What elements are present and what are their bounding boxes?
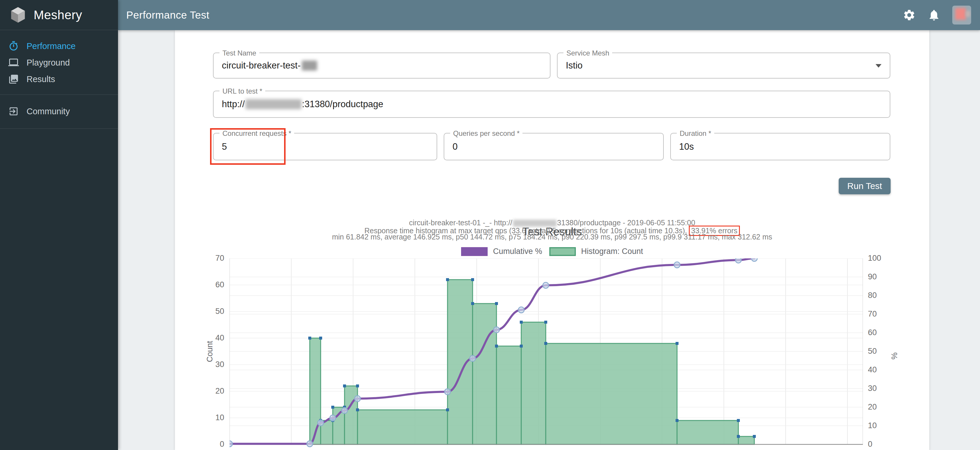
duration-value: 10s bbox=[679, 134, 694, 160]
qps-value: 0 bbox=[453, 134, 458, 160]
test-name-field[interactable]: Test Name circuit-breaker-test- bbox=[213, 53, 550, 78]
legend-label: Cumulative % bbox=[493, 247, 542, 256]
y-axis-title: Count bbox=[205, 341, 215, 362]
sidebar-item-performance[interactable]: Performance bbox=[0, 38, 118, 54]
sidebar-nav: Performance Playground Results bbox=[0, 30, 118, 94]
qps-label: Queries per second * bbox=[450, 128, 522, 139]
test-name-value: circuit-breaker-test- bbox=[222, 53, 317, 78]
y2-axis-tick: 30 bbox=[868, 384, 897, 393]
y2-axis-tick: 0 bbox=[868, 440, 897, 449]
y-axis-tick: 0 bbox=[195, 440, 224, 449]
blurred-text bbox=[302, 61, 317, 70]
run-test-button[interactable]: Run Test bbox=[839, 178, 891, 194]
legend-item-histogram[interactable]: Histogram: Count bbox=[549, 247, 643, 256]
sidebar-item-label: Playground bbox=[27, 58, 70, 68]
page-title: Performance Test bbox=[126, 9, 210, 21]
y2-axis-tick: 90 bbox=[868, 272, 897, 281]
meshery-logo-icon bbox=[9, 6, 27, 24]
concurrent-requests-value: 5 bbox=[222, 134, 227, 160]
service-mesh-select[interactable]: Service Mesh Istio bbox=[557, 53, 890, 78]
result-summary-line3: min 61.842 ms, average 146.925 ms, p50 1… bbox=[175, 233, 929, 241]
user-avatar[interactable] bbox=[952, 6, 971, 24]
y2-axis-tick: 70 bbox=[868, 310, 897, 319]
y2-axis-tick: 100 bbox=[868, 254, 897, 263]
concurrent-requests-field[interactable]: Concurrent requests * 5 bbox=[213, 133, 437, 160]
qps-field[interactable]: Queries per second * 0 bbox=[444, 133, 664, 160]
y2-axis-tick: 40 bbox=[868, 365, 897, 374]
bell-icon[interactable] bbox=[928, 8, 940, 22]
legend-swatch-green bbox=[549, 247, 576, 256]
y2-axis-title: % bbox=[890, 352, 899, 359]
app-header: Performance Test bbox=[118, 0, 980, 30]
brand-name: Meshery bbox=[33, 8, 82, 22]
y2-axis-tick: 20 bbox=[868, 402, 897, 412]
exit-to-app-icon bbox=[8, 106, 19, 116]
y2-axis-tick: 60 bbox=[868, 328, 897, 337]
legend-swatch-purple bbox=[461, 247, 488, 256]
service-mesh-value: Istio bbox=[566, 53, 582, 78]
url-value: http://:31380/productpage bbox=[222, 91, 383, 117]
sidebar-item-label: Results bbox=[27, 74, 55, 84]
sidebar-item-playground[interactable]: Playground bbox=[0, 54, 118, 71]
meshery-app: Performance Test Meshery Performance Pla… bbox=[0, 0, 980, 450]
legend-label: Histogram: Count bbox=[581, 247, 643, 256]
y-axis-tick: 60 bbox=[195, 280, 224, 289]
photo-library-icon bbox=[8, 74, 19, 85]
concurrent-requests-label: Concurrent requests * bbox=[220, 128, 294, 139]
y-axis-tick: 10 bbox=[195, 413, 224, 422]
laptop-icon bbox=[8, 57, 19, 68]
y2-axis-tick: 80 bbox=[868, 291, 897, 300]
y-axis-tick: 50 bbox=[195, 307, 224, 316]
histogram-chart bbox=[229, 259, 863, 450]
y-axis-tick: 70 bbox=[195, 254, 224, 263]
sidebar-divider bbox=[0, 128, 118, 129]
sidebar-item-community[interactable]: Community bbox=[0, 103, 118, 120]
url-field[interactable]: URL to test * http://:31380/productpage bbox=[213, 91, 890, 118]
sidebar-item-label: Community bbox=[27, 107, 70, 116]
y-axis-tick: 20 bbox=[195, 386, 224, 396]
blurred-ip bbox=[245, 99, 301, 109]
gear-icon[interactable] bbox=[903, 8, 916, 22]
timer-icon bbox=[8, 41, 19, 51]
sidebar-item-results[interactable]: Results bbox=[0, 71, 118, 88]
duration-field[interactable]: Duration * 10s bbox=[670, 133, 890, 160]
sidebar: Meshery Performance Playground Results C… bbox=[0, 0, 118, 450]
y2-axis-tick: 10 bbox=[868, 421, 897, 430]
chevron-down-icon bbox=[875, 64, 881, 68]
header-actions bbox=[903, 6, 971, 24]
sidebar-secondary-nav: Community bbox=[0, 95, 118, 128]
brand[interactable]: Meshery bbox=[0, 0, 118, 30]
sidebar-item-label: Performance bbox=[27, 41, 76, 51]
chart-legend: Cumulative % Histogram: Count bbox=[175, 247, 929, 256]
legend-item-cumulative[interactable]: Cumulative % bbox=[461, 247, 542, 256]
